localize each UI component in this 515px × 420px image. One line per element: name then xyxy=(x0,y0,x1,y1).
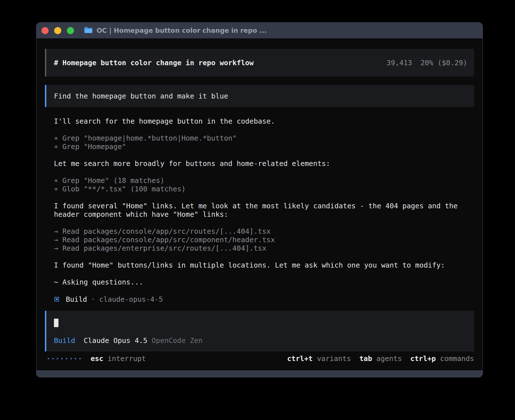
spinner-dots-icon xyxy=(48,358,81,359)
assistant-text: Let me search more broadly for buttons a… xyxy=(54,159,475,168)
tool-call: ∗ Grep "Home" (18 matches) xyxy=(54,176,475,185)
agent-model: claude-opus-4-5 xyxy=(99,295,163,303)
shortcut-key: tab xyxy=(359,355,372,363)
arrow-right-icon: → xyxy=(54,244,62,253)
mode-label: Build xyxy=(54,336,75,345)
terminal-content: # Homepage button color change in repo w… xyxy=(36,38,483,370)
arrow-right-icon: → xyxy=(54,227,62,236)
tool-call-text: Grep "homepage|home.*button|Home.*button… xyxy=(62,134,237,143)
asking-status-text: ~ Asking questions... xyxy=(54,278,475,286)
dot-separator: · xyxy=(91,295,95,303)
shortcut-commands: ctrl+p commands xyxy=(410,355,474,363)
folder-icon xyxy=(84,27,93,35)
read-call-text: Read packages/enterprise/src/routes/[...… xyxy=(62,244,266,253)
agent-status: Build · claude-opus-4-5 xyxy=(54,295,475,303)
shortcut-key: ctrl+p xyxy=(410,355,436,363)
prompt-input[interactable]: Build Claude Opus 4.5 OpenCode Zen xyxy=(45,311,474,351)
tool-call: ∗ Grep "Homepage" xyxy=(54,143,475,151)
provider-name: OpenCode Zen xyxy=(152,336,203,345)
shortcut-label: variants xyxy=(317,355,351,363)
model-name: Claude Opus 4.5 xyxy=(84,336,147,345)
tool-call: ∗ Grep "homepage|home.*button|Home.*butt… xyxy=(54,134,475,143)
window-title-group: OC | Homepage button color change in rep… xyxy=(84,27,267,35)
esc-shortcut: esc interrupt xyxy=(91,355,146,363)
status-bar: esc interrupt ctrl+t variants tab agents… xyxy=(45,354,474,363)
context-cost: 20% ($0.29) xyxy=(420,59,467,67)
read-call: → Read packages/console/app/src/routes/[… xyxy=(54,227,475,236)
session-meta: 39,413 20% ($0.29) xyxy=(387,59,467,67)
window-bottom-strip xyxy=(36,370,483,377)
arrow-right-icon: → xyxy=(54,236,62,244)
esc-key: esc xyxy=(91,355,103,363)
asterisk-icon: ∗ xyxy=(54,134,62,143)
read-call-text: Read packages/console/app/src/routes/[..… xyxy=(62,227,271,236)
assistant-transcript: I'll search for the homepage button in t… xyxy=(54,117,475,303)
read-call: → Read packages/console/app/src/componen… xyxy=(54,236,475,244)
status-right: ctrl+t variants tab agents ctrl+p comman… xyxy=(279,355,474,363)
user-message-text: Find the homepage button and make it blu… xyxy=(54,92,228,100)
tool-call: ∗ Glob "**/*.tsx" (100 matches) xyxy=(54,185,475,193)
agent-square-icon xyxy=(54,297,59,301)
shortcut-variants: ctrl+t variants xyxy=(287,355,351,363)
read-call: → Read packages/enterprise/src/routes/[.… xyxy=(54,244,475,253)
window-title: OC | Homepage button color change in rep… xyxy=(97,27,267,34)
esc-label: interrupt xyxy=(108,355,146,363)
minimize-button[interactable] xyxy=(54,27,61,34)
status-left: esc interrupt xyxy=(48,355,146,363)
model-row: Build Claude Opus 4.5 OpenCode Zen xyxy=(54,336,467,345)
user-message: Find the homepage button and make it blu… xyxy=(45,85,474,107)
session-title: # Homepage button color change in repo w… xyxy=(54,59,254,67)
agent-name: Build xyxy=(66,295,87,303)
asterisk-icon: ∗ xyxy=(54,185,62,193)
assistant-text: I found several "Home" links. Let me loo… xyxy=(54,202,475,219)
tool-call-text: Grep "Home" (18 matches) xyxy=(62,176,164,185)
token-count: 39,413 xyxy=(387,59,412,67)
shortcut-label: agents xyxy=(376,355,402,363)
shortcut-key: ctrl+t xyxy=(287,355,313,363)
text-cursor xyxy=(54,319,58,327)
close-button[interactable] xyxy=(42,27,49,34)
assistant-text: I'll search for the homepage button in t… xyxy=(54,117,475,126)
window-titlebar: OC | Homepage button color change in rep… xyxy=(36,23,483,38)
tool-call-text: Grep "Homepage" xyxy=(62,143,126,151)
read-call-text: Read packages/console/app/src/component/… xyxy=(62,236,275,244)
shortcut-agents: tab agents xyxy=(359,355,402,363)
shortcut-label: commands xyxy=(440,355,474,363)
terminal-window: OC | Homepage button color change in rep… xyxy=(36,22,483,377)
tool-call-text: Glob "**/*.tsx" (100 matches) xyxy=(62,185,186,193)
session-header: # Homepage button color change in repo w… xyxy=(45,49,474,76)
zoom-button[interactable] xyxy=(67,27,74,34)
assistant-text: I found "Home" buttons/links in multiple… xyxy=(54,261,475,270)
asterisk-icon: ∗ xyxy=(54,143,62,151)
asterisk-icon: ∗ xyxy=(54,176,62,185)
